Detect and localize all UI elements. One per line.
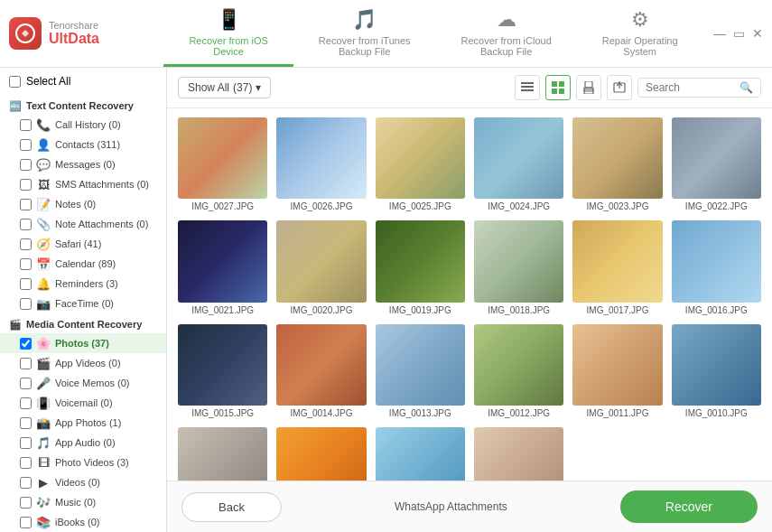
sidebar-item-calendar[interactable]: 📅 Calendar (89) (0, 254, 166, 274)
minimize-button[interactable]: ― (713, 26, 726, 41)
nav-tab-ios[interactable]: 📱 Recover from iOSDevice (163, 1, 293, 67)
app-photos-icon: 📸 (36, 415, 51, 430)
text-section-icon: 🔤 (9, 99, 22, 112)
photo-item[interactable]: IMG_0022.JPG (672, 117, 761, 211)
messages-checkbox[interactable] (20, 159, 32, 171)
sidebar-item-voicemail[interactable]: 📳 Voicemail (0) (0, 393, 166, 413)
itunes-icon: 🎵 (352, 8, 377, 32)
sidebar-item-safari[interactable]: 🧭 Safari (41) (0, 234, 166, 254)
main-layout: Select All 🔤 Text Content Recovery 📞 Cal… (0, 68, 772, 532)
sidebar-item-sms-attachments[interactable]: 🖼 SMS Attachments (0) (0, 174, 166, 194)
videos-checkbox[interactable] (20, 477, 32, 489)
sidebar-item-facetime[interactable]: 📷 FaceTime (0) (0, 294, 166, 313)
export-button[interactable] (607, 75, 632, 100)
sidebar-item-contacts[interactable]: 👤 Contacts (311) (0, 135, 166, 154)
photo-item[interactable]: IMG_0010.JPG (672, 324, 761, 418)
photo-label: IMG_0021.JPG (178, 305, 267, 315)
photo-item[interactable]: IMG_0015.JPG (178, 324, 267, 418)
reminders-checkbox[interactable] (20, 278, 32, 290)
photo-thumbnail (474, 324, 563, 406)
print-button[interactable] (576, 75, 601, 100)
photo-item[interactable]: IMG_0018.JPG (474, 220, 563, 314)
svg-rect-2 (521, 86, 534, 88)
music-checkbox[interactable] (20, 497, 32, 509)
sidebar-item-videos[interactable]: ▶ Videos (0) (0, 472, 166, 492)
voicemail-checkbox[interactable] (20, 397, 32, 409)
photo-item[interactable]: IMG_0027.JPG (178, 117, 267, 211)
photo-item[interactable]: IMG_0012.JPG (474, 324, 563, 418)
contacts-label: Contacts (311) (55, 139, 157, 150)
nav-tabs: 📱 Recover from iOSDevice 🎵 Recover from … (153, 1, 713, 67)
facetime-checkbox[interactable] (20, 298, 32, 310)
app-audio-checkbox[interactable] (20, 437, 32, 449)
photos-checkbox[interactable] (20, 338, 32, 350)
photo-item[interactable]: IMG_0014.JPG (276, 324, 366, 418)
sidebar-item-notes[interactable]: 📝 Notes (0) (0, 194, 166, 214)
close-button[interactable]: ✕ (752, 26, 763, 41)
voice-memos-icon: 🎤 (36, 376, 51, 390)
nav-tab-itunes[interactable]: 🎵 Recover from iTunesBackup File (293, 1, 436, 67)
photo-videos-checkbox[interactable] (20, 457, 32, 469)
call-history-checkbox[interactable] (20, 119, 32, 131)
sidebar-item-app-videos[interactable]: 🎬 App Videos (0) (0, 353, 166, 373)
photo-item[interactable]: IMG_0024.JPG (474, 117, 563, 211)
select-all-row[interactable]: Select All (0, 68, 166, 95)
photo-item[interactable]: IMG_0021.JPG (178, 220, 267, 314)
app-videos-checkbox[interactable] (20, 358, 32, 369)
sidebar-item-voice-memos[interactable]: 🎤 Voice Memos (0) (0, 373, 166, 393)
photo-item[interactable]: IMG_0006.JPG (474, 427, 563, 481)
photo-item[interactable]: IMG_0013.JPG (376, 324, 465, 418)
photo-item[interactable]: IMG_0019.JPG (376, 220, 465, 314)
show-all-button[interactable]: Show All (37) ▾ (178, 77, 271, 98)
sidebar-item-photo-videos[interactable]: 🎞 Photo Videos (3) (0, 453, 166, 472)
photo-videos-icon: 🎞 (36, 455, 51, 470)
recover-button[interactable]: Recover (620, 490, 758, 523)
app-photos-checkbox[interactable] (20, 417, 32, 429)
voice-memos-label: Voice Memos (0) (55, 378, 157, 388)
calendar-checkbox[interactable] (20, 258, 32, 270)
photo-item[interactable]: IMG_0025.JPG (376, 117, 465, 211)
photo-item[interactable]: IMG_0007.JPG (376, 427, 465, 481)
search-input[interactable] (646, 81, 736, 94)
sidebar-item-call-history[interactable]: 📞 Call History (0) (0, 115, 166, 135)
photo-item[interactable]: IMG_0023.JPG (572, 117, 662, 211)
photo-item[interactable]: IMG_0011.JPG (572, 324, 662, 418)
sidebar-item-app-photos[interactable]: 📸 App Photos (1) (0, 413, 166, 433)
photo-item[interactable]: IMG_0016.JPG (672, 220, 761, 314)
sidebar-item-photos[interactable]: 🌸 Photos (37) (0, 333, 166, 353)
contacts-checkbox[interactable] (20, 139, 32, 151)
note-attach-checkbox[interactable] (20, 219, 32, 230)
photo-thumbnail (672, 324, 761, 406)
safari-checkbox[interactable] (20, 238, 32, 250)
call-history-label: Call History (0) (55, 119, 157, 130)
grid-view-button[interactable] (545, 75, 571, 100)
photo-item[interactable]: IMG_0020.JPG (276, 220, 366, 314)
sidebar-item-note-attachments[interactable]: 📎 Note Attachments (0) (0, 214, 166, 234)
nav-tab-icloud[interactable]: ☁ Recover from iCloudBackup File (436, 1, 577, 67)
text-section-label: Text Content Recovery (26, 100, 134, 111)
select-all-label: Select All (26, 75, 70, 88)
back-button[interactable]: Back (181, 492, 282, 522)
photo-thumbnail (178, 117, 267, 199)
photo-thumbnail (376, 220, 465, 302)
notes-checkbox[interactable] (20, 199, 32, 210)
sidebar-item-music[interactable]: 🎶 Music (0) (0, 492, 166, 512)
voice-memos-checkbox[interactable] (20, 378, 32, 389)
ibooks-checkbox[interactable] (20, 517, 32, 528)
sidebar-item-ibooks[interactable]: 📚 iBooks (0) (0, 512, 166, 532)
photo-item[interactable]: IMG_0008.JPG (276, 427, 366, 481)
photo-item[interactable]: IMG_0026.JPG (276, 117, 366, 211)
content-toolbar: Show All (37) ▾ 🔍 (167, 68, 772, 108)
photo-item[interactable]: IMG_0009.JPG (178, 427, 267, 481)
list-view-button[interactable] (515, 75, 540, 100)
photo-item[interactable]: IMG_0017.JPG (572, 220, 662, 314)
sidebar-item-reminders[interactable]: 🔔 Reminders (3) (0, 274, 166, 294)
sidebar-item-messages[interactable]: 💬 Messages (0) (0, 154, 166, 174)
logo-area: Tenorshare UltData (9, 17, 153, 50)
maximize-button[interactable]: ▭ (733, 26, 745, 41)
select-all-checkbox[interactable] (9, 76, 21, 88)
nav-tab-repair[interactable]: ⚙ Repair OperatingSystem (577, 1, 703, 67)
sidebar-item-app-audio[interactable]: 🎵 App Audio (0) (0, 433, 166, 453)
sms-checkbox[interactable] (20, 179, 32, 191)
window-controls: ― ▭ ✕ (713, 26, 763, 41)
